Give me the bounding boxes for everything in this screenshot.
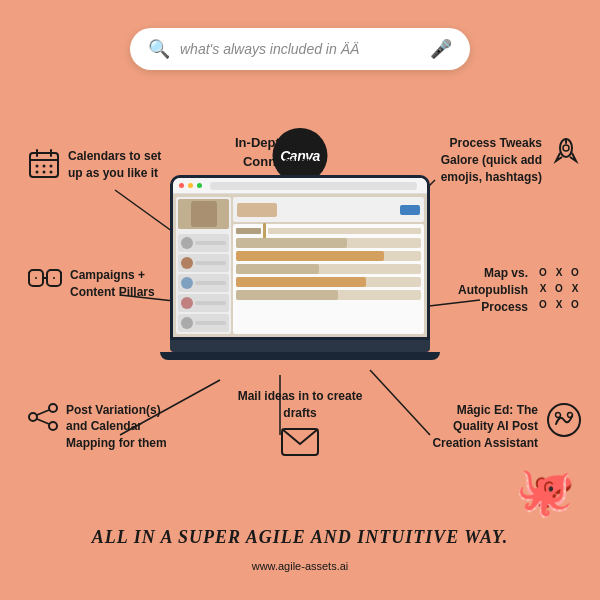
svg-point-30 <box>49 422 57 430</box>
laptop-screen <box>170 175 430 340</box>
mic-icon: 🎤 <box>430 38 452 60</box>
website-url: www.agile-assets.ai <box>252 560 349 572</box>
feature-campaigns: Campaigns + Content Pillars <box>28 267 180 301</box>
search-icon: 🔍 <box>148 38 170 60</box>
mail-ideas-label: Mail ideas in to create drafts <box>235 388 365 422</box>
feature-process-tweaks: Process Tweaks Galore (quick add emojis,… <box>432 135 582 185</box>
svg-point-16 <box>43 171 46 174</box>
svg-line-7 <box>370 370 430 435</box>
svg-line-24 <box>28 272 29 275</box>
search-bar[interactable]: 🔍 what's always included in ÄÄ 🎤 <box>130 28 470 70</box>
svg-point-15 <box>36 171 39 174</box>
calendar-icon <box>28 148 60 183</box>
feature-post-variation: Post Variation(s) and Calendar Mapping f… <box>28 402 176 452</box>
deco-brain-icon: 🐙 <box>515 464 575 520</box>
svg-line-31 <box>37 410 49 415</box>
post-variation-label: Post Variation(s) and Calendar Mapping f… <box>66 402 176 452</box>
svg-point-29 <box>49 404 57 412</box>
svg-point-14 <box>50 165 53 168</box>
feature-calendars: Calendars to set up as you like it <box>28 148 178 183</box>
campaigns-label: Campaigns + Content Pillars <box>70 267 180 301</box>
mail-icon <box>281 428 319 460</box>
feature-mail-ideas: Mail ideas in to create drafts <box>235 388 365 460</box>
laptop <box>170 175 430 360</box>
goggles-icon <box>28 267 62 292</box>
laptop-base <box>170 340 430 352</box>
rocket-icon <box>550 135 582 171</box>
canva-connection-text: In-Depth CavaConnection <box>235 135 322 169</box>
feature-magic-ed: Māgic Ed: The Quality AI Post Creation A… <box>428 402 582 452</box>
process-tweaks-label: Process Tweaks Galore (quick add emojis,… <box>432 135 542 185</box>
map-vs-label: Map vs. Autopublish Process <box>418 265 528 315</box>
tagline: ALL IN A SUPER AGILE AND INTUITIVE WAY. <box>92 527 508 548</box>
xox-grid: O X O X O X O X O <box>536 265 582 311</box>
svg-point-35 <box>556 412 561 417</box>
calendars-label: Calendars to set up as you like it <box>68 148 178 182</box>
feature-map-vs: O X O X O X O X O Map vs. Autopublish Pr… <box>418 265 582 315</box>
svg-line-25 <box>61 272 62 275</box>
svg-point-13 <box>43 165 46 168</box>
share-icon <box>28 402 58 435</box>
svg-point-12 <box>36 165 39 168</box>
search-text: what's always included in ÄÄ <box>180 41 420 57</box>
svg-point-36 <box>568 412 573 417</box>
canva-connection-label: In-Depth CavaConnection <box>235 133 322 171</box>
svg-point-28 <box>29 413 37 421</box>
svg-line-32 <box>37 419 49 424</box>
svg-point-17 <box>50 171 53 174</box>
laptop-bottom <box>160 352 440 360</box>
ai-icon <box>546 402 582 442</box>
magic-ed-label: Māgic Ed: The Quality AI Post Creation A… <box>428 402 538 452</box>
svg-point-20 <box>563 145 569 151</box>
